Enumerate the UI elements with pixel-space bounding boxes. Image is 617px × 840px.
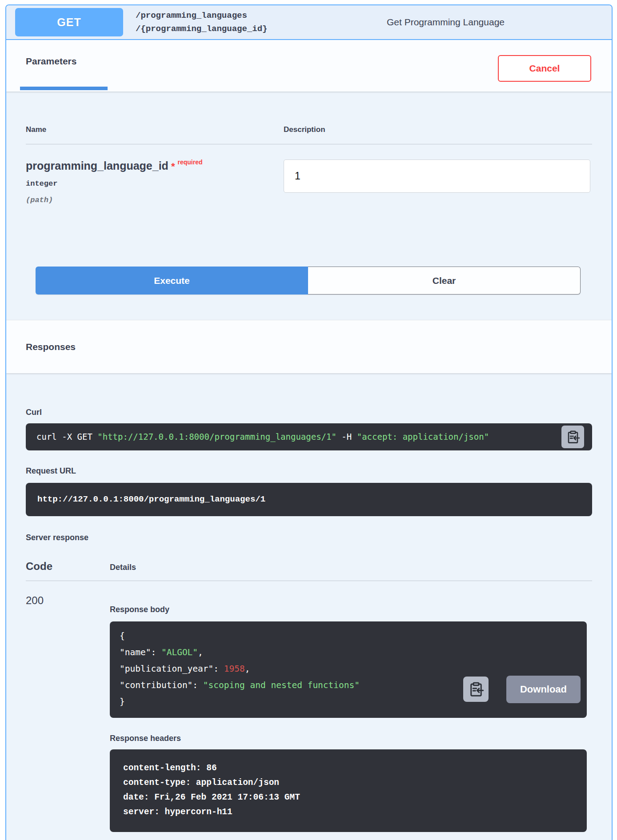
parameter-type: integer xyxy=(26,179,284,188)
column-header-code: Code xyxy=(26,560,110,573)
copy-response-button[interactable] xyxy=(463,677,489,702)
status-code: 200 xyxy=(26,581,110,832)
parameter-info: programming_language_id*required integer… xyxy=(26,159,284,204)
parameters-area: Name Description programming_language_id… xyxy=(6,92,612,320)
response-row-200: 200 Response body { "name": "ALGOL", "pu… xyxy=(26,581,592,832)
responses-title: Responses xyxy=(26,342,76,352)
parameter-row: programming_language_id*required integer… xyxy=(26,144,592,204)
curl-command-block: curl -X GET "http://127.0.0.1:8000/progr… xyxy=(26,423,592,450)
parameter-value-input[interactable] xyxy=(284,159,590,193)
response-details: Response body { "name": "ALGOL", "public… xyxy=(110,581,592,832)
required-label: required xyxy=(177,159,202,166)
required-asterisk: * xyxy=(171,161,175,172)
parameter-name: programming_language_id xyxy=(26,159,168,172)
column-header-description: Description xyxy=(284,125,325,134)
request-url-text: http://127.0.0.1:8000/programming_langua… xyxy=(26,483,592,516)
response-columns-header: Code Details xyxy=(26,560,592,573)
column-header-details: Details xyxy=(110,563,136,572)
tab-parameters[interactable]: Parameters xyxy=(26,56,76,67)
column-header-name: Name xyxy=(26,125,284,134)
parameters-section-header: Parameters Cancel xyxy=(6,40,612,92)
request-url-block: http://127.0.0.1:8000/programming_langua… xyxy=(26,483,592,516)
parameter-name-line: programming_language_id*required xyxy=(26,159,284,172)
execute-button-group: Execute Clear xyxy=(36,267,581,295)
responses-area: Curl curl -X GET "http://127.0.0.1:8000/… xyxy=(6,373,612,840)
cancel-button[interactable]: Cancel xyxy=(498,55,591,82)
parameter-value-cell xyxy=(284,159,592,204)
clipboard-icon xyxy=(566,430,580,444)
endpoint-path-line2: /{programming_language_id} xyxy=(136,22,267,36)
endpoint-path-line1: /programming_languages xyxy=(136,9,267,22)
endpoint-summary: Get Programming Language xyxy=(387,5,505,39)
clipboard-icon xyxy=(468,681,484,697)
curl-label: Curl xyxy=(26,373,592,417)
responses-section-header: Responses xyxy=(6,320,612,373)
copy-curl-button[interactable] xyxy=(561,426,584,448)
curl-command-text: curl -X GET "http://127.0.0.1:8000/progr… xyxy=(26,423,592,450)
parameters-columns-header: Name Description xyxy=(26,92,592,134)
execute-button[interactable]: Execute xyxy=(36,267,308,295)
request-url-label: Request URL xyxy=(26,466,592,476)
server-response-label: Server response xyxy=(26,533,592,542)
response-body-label: Response body xyxy=(110,605,592,614)
response-headers-label: Response headers xyxy=(110,734,592,743)
endpoint-header[interactable]: GET /programming_languages /{programming… xyxy=(6,5,612,40)
operation-panel-get: GET /programming_languages /{programming… xyxy=(5,4,613,840)
parameters-tab-underline xyxy=(20,87,108,90)
response-body-block: { "name": "ALGOL", "publication_year": 1… xyxy=(110,621,587,718)
method-badge: GET xyxy=(15,8,123,36)
clear-button[interactable]: Clear xyxy=(308,267,581,295)
endpoint-path: /programming_languages /{programming_lan… xyxy=(136,9,267,36)
response-headers-block: content-length: 86content-type: applicat… xyxy=(110,749,587,832)
parameter-location: (path) xyxy=(26,196,284,204)
download-button[interactable]: Download xyxy=(506,676,581,703)
